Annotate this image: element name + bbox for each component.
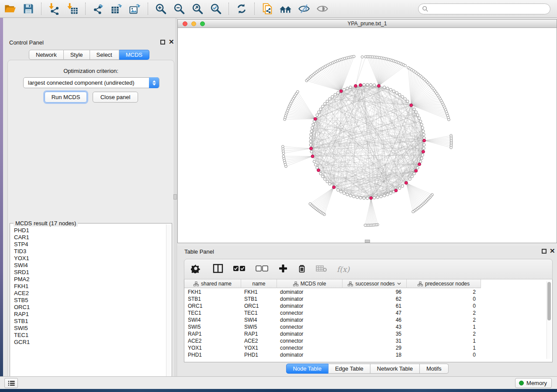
table-row[interactable]: STB1STB1dominator620 bbox=[184, 296, 546, 303]
network-node[interactable] bbox=[416, 114, 419, 117]
network-node[interactable] bbox=[389, 88, 392, 91]
network-node[interactable] bbox=[326, 180, 329, 183]
network-node[interactable] bbox=[423, 144, 426, 146]
delete-row-icon[interactable] bbox=[298, 264, 306, 275]
zoom-in-icon[interactable] bbox=[154, 2, 167, 15]
network-node[interactable] bbox=[416, 166, 419, 169]
select-all-icon[interactable] bbox=[233, 265, 246, 274]
table-scrollbar-thumb[interactable] bbox=[547, 282, 551, 320]
network-node[interactable] bbox=[346, 87, 349, 89]
network-leaf-node[interactable] bbox=[404, 65, 407, 67]
network-node[interactable] bbox=[310, 130, 313, 133]
tab-edge-table[interactable]: Edge Table bbox=[329, 364, 370, 374]
mcds-node[interactable] bbox=[405, 181, 408, 184]
add-row-icon[interactable] bbox=[278, 264, 288, 275]
network-node[interactable] bbox=[411, 175, 413, 178]
network-node[interactable] bbox=[406, 100, 409, 103]
hide-selected-icon[interactable] bbox=[298, 2, 311, 15]
network-node[interactable] bbox=[312, 123, 315, 126]
network-window-titlebar[interactable]: YPA_prune.txt_1 bbox=[178, 20, 557, 28]
network-leaf-node[interactable] bbox=[353, 55, 355, 58]
network-node[interactable] bbox=[373, 84, 376, 86]
mcds-result-item[interactable]: FKH1 bbox=[14, 283, 166, 290]
apply-function-icon[interactable]: f(x) bbox=[337, 265, 349, 274]
network-node[interactable] bbox=[359, 196, 362, 199]
network-leaf-node[interactable] bbox=[282, 145, 284, 148]
criterion-dropdown[interactable]: largest connected component (undirected) bbox=[23, 77, 159, 88]
mcds-node[interactable] bbox=[415, 169, 418, 172]
network-node[interactable] bbox=[309, 144, 312, 146]
table-row[interactable]: PHD1PHD1dominator180 bbox=[184, 351, 546, 358]
network-node[interactable] bbox=[408, 178, 411, 180]
export-table-icon[interactable] bbox=[110, 2, 123, 15]
network-node[interactable] bbox=[318, 111, 320, 113]
show-column-icon[interactable] bbox=[213, 264, 223, 275]
table-row[interactable]: RAP1RAP1dominator352 bbox=[184, 330, 546, 337]
close-panel-icon[interactable]: ✕ bbox=[169, 39, 174, 44]
mcds-result-item[interactable]: SWI5 bbox=[14, 325, 166, 332]
network-node[interactable] bbox=[319, 172, 322, 175]
network-node[interactable] bbox=[386, 87, 389, 89]
network-node[interactable] bbox=[311, 127, 314, 129]
network-node[interactable] bbox=[404, 98, 406, 100]
mcds-node[interactable] bbox=[410, 104, 413, 107]
network-node[interactable] bbox=[383, 86, 386, 89]
show-all-networks-icon[interactable] bbox=[279, 2, 292, 15]
network-node[interactable] bbox=[363, 83, 365, 86]
tab-style[interactable]: Style bbox=[64, 50, 90, 60]
network-node[interactable] bbox=[420, 123, 423, 126]
network-node[interactable] bbox=[343, 88, 346, 91]
column-header-mcds-role[interactable]: MCDS role bbox=[277, 279, 343, 288]
table-scrollbar[interactable] bbox=[547, 281, 551, 359]
mcds-node[interactable] bbox=[310, 147, 313, 150]
network-node[interactable] bbox=[331, 96, 334, 98]
tab-select[interactable]: Select bbox=[90, 50, 119, 60]
import-table-icon[interactable] bbox=[66, 2, 79, 15]
mcds-node[interactable] bbox=[317, 169, 320, 172]
network-node[interactable] bbox=[356, 196, 359, 199]
tab-node-table[interactable]: Node Table bbox=[286, 364, 329, 374]
mcds-result-item[interactable]: CAR1 bbox=[14, 234, 166, 241]
table-row[interactable]: FKH1FKH1dominator962 bbox=[184, 289, 546, 296]
mcds-node[interactable] bbox=[339, 89, 343, 93]
mcds-result-item[interactable]: YOX1 bbox=[14, 255, 166, 262]
network-node[interactable] bbox=[314, 163, 317, 166]
network-node[interactable] bbox=[401, 185, 404, 187]
network-node[interactable] bbox=[413, 172, 415, 175]
zoom-selected-icon[interactable] bbox=[209, 2, 222, 15]
network-node[interactable] bbox=[422, 133, 425, 136]
network-node[interactable] bbox=[353, 195, 355, 198]
mcds-node[interactable] bbox=[354, 84, 357, 87]
mcds-node[interactable] bbox=[370, 196, 373, 199]
network-leaf-node[interactable] bbox=[412, 210, 415, 213]
close-panel-button[interactable]: Close panel bbox=[93, 92, 138, 103]
splitter-handle[interactable] bbox=[173, 194, 177, 199]
tab-network[interactable]: Network bbox=[29, 50, 64, 60]
mcds-node[interactable] bbox=[332, 186, 336, 189]
network-node[interactable] bbox=[415, 111, 417, 113]
network-node[interactable] bbox=[337, 92, 339, 94]
network-node[interactable] bbox=[309, 140, 312, 143]
network-canvas-area[interactable] bbox=[178, 28, 557, 243]
mcds-result-item[interactable]: SRD1 bbox=[14, 269, 166, 276]
tab-mcds[interactable]: MCDS bbox=[119, 50, 149, 60]
network-node[interactable] bbox=[401, 96, 404, 98]
network-node[interactable] bbox=[343, 192, 346, 194]
column-header-successor-nodes[interactable]: successor nodes bbox=[343, 279, 407, 288]
open-file-icon[interactable] bbox=[3, 2, 17, 15]
mcds-result-item[interactable]: STB5 bbox=[14, 297, 166, 304]
mcds-node[interactable] bbox=[418, 163, 421, 166]
mcds-node[interactable] bbox=[359, 84, 362, 87]
network-node[interactable] bbox=[366, 197, 369, 199]
mcds-node[interactable] bbox=[422, 150, 425, 153]
mcds-node[interactable] bbox=[311, 155, 314, 158]
memory-button[interactable]: Memory bbox=[515, 378, 552, 388]
network-leaf-node[interactable] bbox=[361, 56, 363, 58]
table-row[interactable]: TEC1TEC1connector472 bbox=[184, 309, 546, 316]
mcds-node[interactable] bbox=[314, 117, 317, 120]
network-leaf-node[interactable] bbox=[309, 203, 311, 205]
table-row[interactable]: YOX1YOX1connector291 bbox=[184, 344, 546, 351]
mcds-result-item[interactable]: SWI4 bbox=[14, 262, 166, 269]
network-node[interactable] bbox=[421, 154, 424, 156]
network-node[interactable] bbox=[422, 147, 425, 150]
